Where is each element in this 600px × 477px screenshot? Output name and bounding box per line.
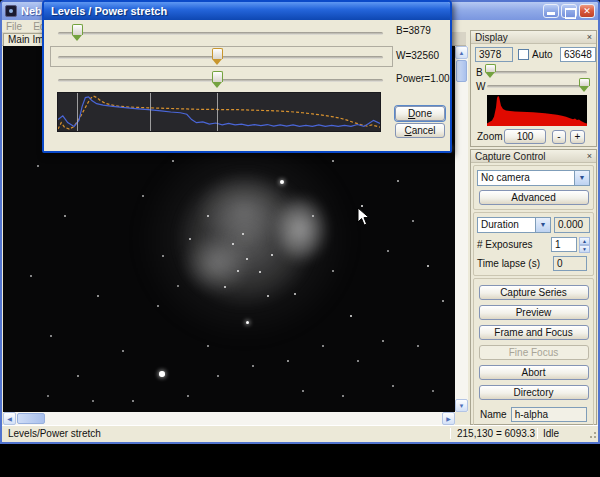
close-button[interactable]: ✕ [579,4,595,18]
app-icon [5,5,17,17]
scroll-up-icon[interactable]: ▲ [455,46,468,59]
dialog-titlebar[interactable]: Levels / Power stretch [44,2,450,20]
desktop: Nebulo ✕ File Edit Main Image ▲ [0,0,600,477]
resize-grip[interactable] [587,429,597,439]
display-histogram [487,95,587,126]
camera-group: No camera ▼ Advanced [473,165,594,210]
zoom-label: Zoom [477,131,503,142]
zoom-in-button[interactable]: + [570,130,585,144]
b-stretch-slider-track[interactable] [58,32,383,35]
frame-and-focus-button[interactable]: Frame and Focus [479,325,589,340]
advanced-button[interactable]: Advanced [479,190,589,205]
auto-checkbox[interactable] [518,49,529,60]
duration-select-value: Duration [478,218,535,232]
camera-select-value: No camera [478,171,574,185]
exposures-stepper[interactable]: ▲ ▼ [579,237,590,252]
nebula-left-lobe [171,224,261,304]
vertical-scrollbar[interactable]: ▲ ▼ [455,46,468,412]
horizontal-scrollbar[interactable]: ◀ ▶ [3,412,455,425]
b-stretch-slider-thumb[interactable] [72,24,83,41]
black-level-field[interactable]: 3978 [475,47,513,62]
w-slider-track[interactable] [487,85,587,88]
capture-series-button[interactable]: Capture Series [479,285,589,300]
b-slider-label: B [476,67,483,78]
display-panel-header: Display × [471,31,596,44]
display-panel-close-icon[interactable]: × [587,32,592,42]
capture-panel-title: Capture Control [475,151,546,162]
spin-up-icon[interactable]: ▲ [579,237,590,245]
levels-dialog: Levels / Power stretch B=3879 W=32560 Po… [42,0,452,153]
mouse-cursor [357,207,371,227]
done-button[interactable]: Done [395,106,445,121]
status-message: Levels/Power stretch [8,427,101,440]
spin-down-icon[interactable]: ▼ [579,245,590,253]
b-value-label: B=3879 [396,25,431,36]
timelapse-label: Time lapse (s) [477,258,553,269]
display-panel-title: Display [475,32,508,43]
abort-button[interactable]: Abort [479,365,589,380]
fine-focus-button: Fine Focus [479,345,589,360]
nebula-bright-lobe [265,184,337,274]
cancel-button[interactable]: Cancel [395,123,445,138]
white-level-field[interactable]: 63648 [560,47,596,62]
name-label: Name [480,409,507,420]
dialog-title: Levels / Power stretch [51,5,167,17]
display-panel: Display × 3978 Auto 63648 B W [470,30,597,147]
display-histogram-shape [487,96,587,126]
camera-select[interactable]: No camera ▼ [477,170,590,186]
auto-label: Auto [532,49,553,60]
duration-select[interactable]: Duration ▼ [477,217,551,233]
capture-panel-close-icon[interactable]: × [587,151,592,161]
chevron-down-icon[interactable]: ▼ [574,171,589,185]
horizontal-scroll-thumb[interactable] [17,413,45,424]
b-slider-thumb[interactable] [485,64,496,78]
power-value-label: Power=1.00 [396,73,450,84]
capture-buttons-group: Capture Series Preview Frame and Focus F… [473,278,594,429]
b-slider-track[interactable] [487,71,587,74]
directory-button[interactable]: Directory [479,385,589,400]
status-divider [450,428,451,439]
exposures-label: # Exposures [477,239,551,250]
status-coords: 215,130 = 6093.3 [457,427,535,440]
menu-file[interactable]: File [6,21,22,32]
preview-button[interactable]: Preview [479,305,589,320]
exposure-group: Duration ▼ 0.000 # Exposures 1 ▲ ▼ Time … [473,212,594,276]
status-divider [537,428,538,439]
status-mode: Idle [543,427,559,440]
vertical-scroll-thumb[interactable] [456,60,467,82]
dialog-body: B=3879 W=32560 Power=1.00 Done [44,20,450,149]
minimize-button[interactable] [543,4,559,18]
exposures-field[interactable]: 1 [551,237,577,252]
chevron-down-icon[interactable]: ▼ [535,218,550,232]
histogram-blue-line [58,97,380,127]
zoom-out-button[interactable]: - [552,130,566,144]
duration-value-field[interactable]: 0.000 [554,217,590,233]
w-slider-thumb[interactable] [579,78,590,92]
power-slider-thumb[interactable] [212,71,223,88]
maximize-button[interactable] [561,4,577,18]
levels-histogram [57,92,381,132]
name-field[interactable]: h-alpha [511,407,587,422]
scroll-right-icon[interactable]: ▶ [442,412,455,425]
zoom-value-field[interactable]: 100 [504,129,546,144]
scroll-left-icon[interactable]: ◀ [3,412,16,425]
w-slider-label: W [476,81,485,92]
capture-control-panel: Capture Control × No camera ▼ Advanced D… [470,149,597,425]
capture-panel-header: Capture Control × [471,150,596,163]
w-value-label: W=32560 [396,50,439,61]
w-stretch-slider-thumb[interactable] [212,48,223,65]
scroll-down-icon[interactable]: ▼ [455,399,468,412]
timelapse-field[interactable]: 0 [553,256,587,271]
status-bar: Levels/Power stretch 215,130 = 6093.3 Id… [2,425,598,440]
